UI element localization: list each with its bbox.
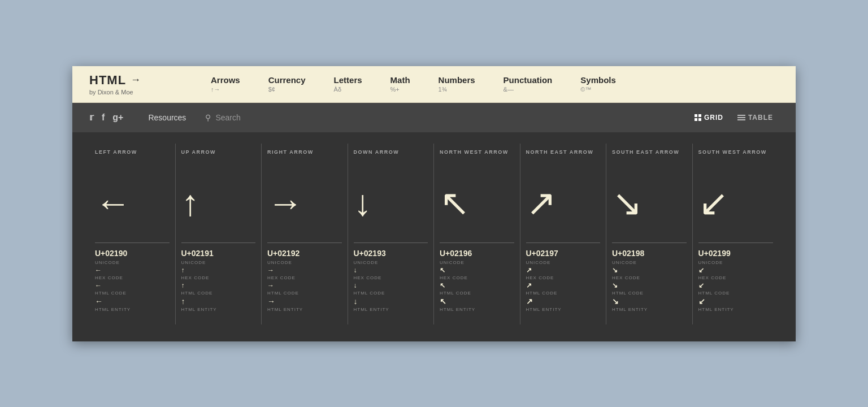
- cell-label: SOUTH WEST ARROW: [698, 149, 767, 166]
- nav-item-letters-sub: Àδ: [334, 86, 362, 93]
- decimal-label: HTML CODE: [440, 291, 471, 296]
- cell-arrow: ↗: [526, 180, 557, 226]
- nav-item-punctuation[interactable]: Punctuation &—: [489, 66, 567, 102]
- social-icons: 𝕣 f g+: [89, 112, 123, 123]
- cell-decimal: ↙: [698, 282, 704, 289]
- cell-entity: →: [267, 297, 275, 306]
- cell-divider: [267, 243, 342, 243]
- cell-entity: ↙: [698, 297, 705, 306]
- decimal-label: HTML CODE: [354, 291, 385, 296]
- cell-divider: [95, 243, 170, 243]
- facebook-icon[interactable]: f: [102, 112, 105, 123]
- top-nav: HTML → by Dixon & Moe Arrows ↑→ Currency…: [72, 66, 796, 103]
- symbol-cell[interactable]: UP ARROW ↑ U+02191 UNICODE ↑ HEX CODE ↑ …: [176, 144, 262, 324]
- hex-label: HEX CODE: [181, 275, 210, 280]
- cell-divider: [181, 243, 256, 243]
- cell-arrow: →: [267, 180, 303, 226]
- cell-hex: ↘: [612, 266, 618, 274]
- entity-label: HTML ENTITY: [95, 307, 131, 312]
- grid-view-button[interactable]: GRID: [689, 111, 729, 124]
- symbol-cell[interactable]: NORTH WEST ARROW ↖ U+02196 UNICODE ↖ HEX…: [434, 144, 520, 324]
- entity-label: HTML ENTITY: [267, 307, 303, 312]
- nav-item-numbers[interactable]: Numbers 1¾: [424, 66, 489, 102]
- cell-unicode: U+02199: [698, 249, 731, 258]
- cell-entity: ↗: [526, 297, 533, 306]
- symbol-cell[interactable]: SOUTH EAST ARROW ↘ U+02198 UNICODE ↘ HEX…: [606, 144, 693, 324]
- symbol-cell[interactable]: LEFT ARROW ← U+02190 UNICODE ← HEX CODE …: [89, 144, 176, 324]
- nav-item-letters[interactable]: Letters Àδ: [320, 66, 376, 102]
- symbol-cell[interactable]: DOWN ARROW ↓ U+02193 UNICODE ↓ HEX CODE …: [348, 144, 435, 324]
- logo-arrow-icon: →: [131, 74, 141, 86]
- entity-label: HTML ENTITY: [526, 307, 562, 312]
- hex-label: HEX CODE: [95, 275, 123, 280]
- logo-area: HTML → by Dixon & Moe: [89, 73, 174, 96]
- logo-title: HTML →: [89, 73, 174, 88]
- unicode-label: UNICODE: [95, 260, 120, 265]
- cell-decimal: →: [267, 282, 274, 289]
- nav-item-symbols[interactable]: Symbols ©™: [566, 66, 630, 102]
- cell-arrow: ↓: [354, 180, 372, 226]
- table-label: TABLE: [748, 114, 773, 122]
- hex-label: HEX CODE: [698, 275, 727, 280]
- cell-unicode: U+02190: [95, 249, 127, 258]
- hex-label: HEX CODE: [526, 275, 554, 280]
- logo-text: HTML: [89, 73, 126, 88]
- cell-unicode: U+02198: [612, 249, 644, 258]
- entity-label: HTML ENTITY: [181, 307, 217, 312]
- nav-item-punctuation-label: Punctuation: [504, 75, 553, 85]
- cell-unicode: U+02193: [354, 249, 386, 258]
- cell-arrow: ←: [95, 180, 131, 226]
- googleplus-icon[interactable]: g+: [112, 112, 123, 123]
- twitter-icon[interactable]: 𝕣: [89, 112, 94, 123]
- entity-label: HTML ENTITY: [354, 307, 389, 312]
- nav-item-currency-label: Currency: [268, 75, 306, 85]
- cell-unicode: U+02197: [526, 249, 558, 258]
- cell-arrow: ↖: [440, 180, 470, 226]
- hex-label: HEX CODE: [612, 275, 640, 280]
- resources-button[interactable]: Resources: [140, 110, 194, 125]
- toolbar: 𝕣 f g+ Resources ⚲ GRID TABLE: [72, 103, 796, 132]
- grid-icon: [695, 114, 701, 121]
- nav-item-arrows[interactable]: Arrows ↑→: [197, 66, 254, 102]
- cell-hex: ↖: [440, 266, 445, 274]
- symbol-cell[interactable]: SOUTH WEST ARROW ↙ U+02199 UNICODE ↙ HEX…: [693, 144, 779, 324]
- table-view-button[interactable]: TABLE: [732, 111, 779, 124]
- cell-decimal: ↑: [181, 282, 185, 289]
- cell-divider: [526, 243, 601, 243]
- search-input[interactable]: [215, 113, 328, 122]
- cell-decimal: ←: [95, 282, 102, 289]
- cell-hex: ←: [95, 266, 102, 274]
- unicode-label: UNICODE: [267, 260, 292, 265]
- cell-decimal: ↗: [526, 282, 532, 289]
- hex-label: HEX CODE: [267, 275, 296, 280]
- cell-label: DOWN ARROW: [354, 149, 400, 166]
- view-toggles: GRID TABLE: [689, 111, 779, 124]
- cell-entity: ↓: [354, 297, 358, 306]
- cell-decimal: ↖: [440, 282, 445, 289]
- nav-item-math[interactable]: Math %+: [376, 66, 424, 102]
- entity-label: HTML ENTITY: [440, 307, 475, 312]
- cell-label: NORTH WEST ARROW: [440, 149, 509, 166]
- cell-entity: ←: [95, 297, 103, 306]
- entity-label: HTML ENTITY: [612, 307, 648, 312]
- cell-hex: ↙: [698, 266, 704, 274]
- search-icon: ⚲: [205, 113, 211, 122]
- nav-item-numbers-sub: 1¾: [439, 86, 475, 93]
- nav-item-arrows-sub: ↑→: [211, 86, 240, 93]
- cell-unicode: U+02196: [440, 249, 472, 258]
- nav-item-letters-label: Letters: [334, 75, 362, 85]
- decimal-label: HTML CODE: [181, 291, 213, 296]
- logo-subtitle: by Dixon & Moe: [89, 89, 174, 96]
- cell-label: UP ARROW: [181, 149, 216, 166]
- symbol-cell[interactable]: NORTH EAST ARROW ↗ U+02197 UNICODE ↗ HEX…: [520, 144, 607, 324]
- cell-entity: ↘: [612, 297, 619, 306]
- cell-arrow: ↘: [612, 180, 643, 226]
- symbol-cell[interactable]: RIGHT ARROW → U+02192 UNICODE → HEX CODE…: [262, 144, 348, 324]
- cell-label: SOUTH EAST ARROW: [612, 149, 679, 166]
- unicode-label: UNICODE: [612, 260, 637, 265]
- nav-item-math-sub: %+: [390, 86, 410, 93]
- unicode-label: UNICODE: [698, 260, 723, 265]
- nav-item-currency[interactable]: Currency $¢: [254, 66, 320, 102]
- cell-hex: ↗: [526, 266, 532, 274]
- search-area: ⚲: [205, 113, 678, 122]
